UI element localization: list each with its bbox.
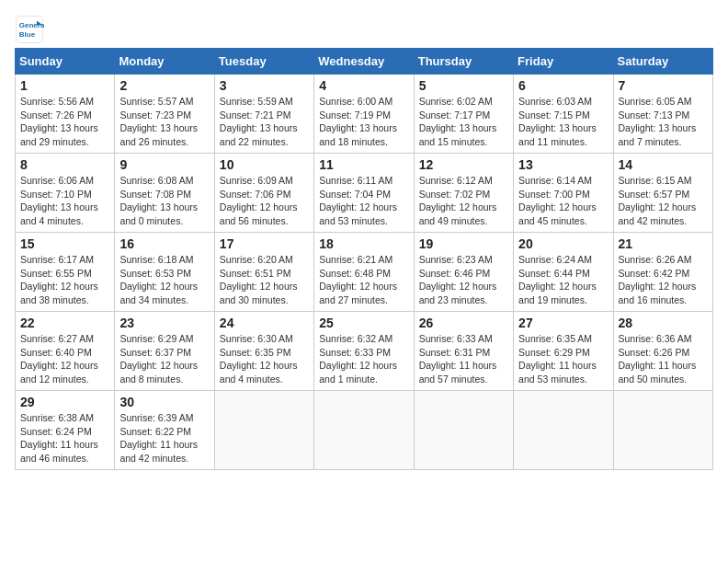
day-number: 19	[419, 236, 508, 251]
calendar-cell: 21 Sunrise: 6:26 AM Sunset: 6:42 PM Dayl…	[613, 233, 712, 312]
calendar-cell: 17 Sunrise: 6:20 AM Sunset: 6:51 PM Dayl…	[214, 233, 313, 312]
day-number: 13	[518, 157, 608, 172]
calendar-cell	[414, 391, 513, 470]
day-number: 22	[20, 316, 109, 330]
day-info: Sunrise: 6:09 AM Sunset: 7:06 PM Dayligh…	[220, 174, 309, 228]
day-number: 15	[20, 236, 109, 251]
day-info: Sunrise: 6:26 AM Sunset: 6:42 PM Dayligh…	[619, 253, 708, 307]
calendar-cell: 18 Sunrise: 6:21 AM Sunset: 6:48 PM Dayl…	[314, 233, 414, 312]
calendar-cell: 6 Sunrise: 6:03 AM Sunset: 7:15 PM Dayli…	[514, 75, 613, 154]
week-row-1: 1 Sunrise: 5:56 AM Sunset: 7:26 PM Dayli…	[16, 75, 713, 154]
day-info: Sunrise: 6:27 AM Sunset: 6:40 PM Dayligh…	[20, 332, 109, 386]
calendar-cell: 20 Sunrise: 6:24 AM Sunset: 6:44 PM Dayl…	[514, 233, 613, 312]
calendar-cell: 28 Sunrise: 6:36 AM Sunset: 6:26 PM Dayl…	[613, 312, 712, 391]
calendar-cell: 3 Sunrise: 5:59 AM Sunset: 7:21 PM Dayli…	[214, 75, 313, 154]
calendar-cell: 14 Sunrise: 6:15 AM Sunset: 6:57 PM Dayl…	[613, 154, 712, 233]
calendar-cell: 26 Sunrise: 6:33 AM Sunset: 6:31 PM Dayl…	[414, 312, 513, 391]
calendar-cell	[214, 391, 313, 470]
calendar-cell: 15 Sunrise: 6:17 AM Sunset: 6:55 PM Dayl…	[16, 233, 115, 312]
calendar-cell: 11 Sunrise: 6:11 AM Sunset: 7:04 PM Dayl…	[314, 154, 414, 233]
calendar-cell	[514, 391, 613, 470]
day-number: 21	[619, 236, 708, 251]
day-info: Sunrise: 6:21 AM Sunset: 6:48 PM Dayligh…	[319, 253, 408, 307]
column-header-sunday: Sunday	[16, 49, 115, 75]
day-number: 30	[119, 395, 209, 409]
column-header-thursday: Thursday	[414, 49, 513, 75]
day-info: Sunrise: 6:20 AM Sunset: 6:51 PM Dayligh…	[220, 253, 309, 307]
column-header-wednesday: Wednesday	[314, 49, 414, 75]
day-info: Sunrise: 6:00 AM Sunset: 7:19 PM Dayligh…	[319, 95, 408, 149]
calendar-cell: 5 Sunrise: 6:02 AM Sunset: 7:17 PM Dayli…	[414, 75, 513, 154]
column-header-friday: Friday	[514, 49, 613, 75]
calendar-cell: 30 Sunrise: 6:39 AM Sunset: 6:22 PM Dayl…	[115, 391, 214, 470]
day-info: Sunrise: 6:03 AM Sunset: 7:15 PM Dayligh…	[518, 95, 608, 149]
calendar-cell: 24 Sunrise: 6:30 AM Sunset: 6:35 PM Dayl…	[214, 312, 313, 391]
day-number: 5	[419, 78, 508, 93]
day-info: Sunrise: 6:06 AM Sunset: 7:10 PM Dayligh…	[20, 174, 109, 228]
day-info: Sunrise: 6:39 AM Sunset: 6:22 PM Dayligh…	[119, 411, 209, 465]
day-info: Sunrise: 6:38 AM Sunset: 6:24 PM Dayligh…	[20, 411, 109, 465]
calendar-cell: 12 Sunrise: 6:12 AM Sunset: 7:02 PM Dayl…	[414, 154, 513, 233]
day-number: 26	[419, 316, 508, 330]
day-number: 16	[119, 236, 209, 251]
day-number: 8	[20, 157, 109, 172]
day-number: 4	[319, 78, 408, 93]
calendar-cell: 13 Sunrise: 6:14 AM Sunset: 7:00 PM Dayl…	[514, 154, 613, 233]
day-number: 25	[319, 316, 408, 330]
calendar-cell: 27 Sunrise: 6:35 AM Sunset: 6:29 PM Dayl…	[514, 312, 613, 391]
day-number: 6	[518, 78, 608, 93]
day-info: Sunrise: 5:57 AM Sunset: 7:23 PM Dayligh…	[119, 95, 209, 149]
day-info: Sunrise: 6:08 AM Sunset: 7:08 PM Dayligh…	[119, 174, 209, 228]
day-number: 9	[119, 157, 209, 172]
week-row-2: 8 Sunrise: 6:06 AM Sunset: 7:10 PM Dayli…	[16, 154, 713, 233]
column-header-tuesday: Tuesday	[214, 49, 313, 75]
week-row-3: 15 Sunrise: 6:17 AM Sunset: 6:55 PM Dayl…	[16, 233, 713, 312]
calendar-cell: 19 Sunrise: 6:23 AM Sunset: 6:46 PM Dayl…	[414, 233, 513, 312]
day-number: 27	[518, 316, 608, 330]
calendar-cell: 10 Sunrise: 6:09 AM Sunset: 7:06 PM Dayl…	[214, 154, 313, 233]
day-number: 28	[619, 316, 708, 330]
calendar-cell: 7 Sunrise: 6:05 AM Sunset: 7:13 PM Dayli…	[613, 75, 712, 154]
svg-text:General: General	[19, 21, 44, 29]
day-info: Sunrise: 6:29 AM Sunset: 6:37 PM Dayligh…	[119, 332, 209, 386]
day-number: 18	[319, 236, 408, 251]
week-row-4: 22 Sunrise: 6:27 AM Sunset: 6:40 PM Dayl…	[16, 312, 713, 391]
day-info: Sunrise: 6:18 AM Sunset: 6:53 PM Dayligh…	[119, 253, 209, 307]
day-info: Sunrise: 6:30 AM Sunset: 6:35 PM Dayligh…	[220, 332, 309, 386]
day-number: 23	[119, 316, 209, 330]
calendar-cell: 25 Sunrise: 6:32 AM Sunset: 6:33 PM Dayl…	[314, 312, 414, 391]
column-header-saturday: Saturday	[613, 49, 712, 75]
day-info: Sunrise: 6:36 AM Sunset: 6:26 PM Dayligh…	[619, 332, 708, 386]
column-header-monday: Monday	[115, 49, 214, 75]
day-number: 20	[518, 236, 608, 251]
calendar-cell: 1 Sunrise: 5:56 AM Sunset: 7:26 PM Dayli…	[16, 75, 115, 154]
day-number: 3	[220, 78, 309, 93]
day-info: Sunrise: 6:12 AM Sunset: 7:02 PM Dayligh…	[419, 174, 508, 228]
week-row-5: 29 Sunrise: 6:38 AM Sunset: 6:24 PM Dayl…	[16, 391, 713, 470]
calendar-cell	[613, 391, 712, 470]
day-number: 29	[20, 395, 109, 409]
header: General Blue	[15, 15, 713, 44]
calendar-cell: 29 Sunrise: 6:38 AM Sunset: 6:24 PM Dayl…	[16, 391, 115, 470]
day-number: 7	[619, 78, 708, 93]
day-info: Sunrise: 5:56 AM Sunset: 7:26 PM Dayligh…	[20, 95, 109, 149]
svg-text:Blue: Blue	[19, 30, 36, 39]
day-number: 12	[419, 157, 508, 172]
day-number: 2	[119, 78, 209, 93]
day-info: Sunrise: 5:59 AM Sunset: 7:21 PM Dayligh…	[220, 95, 309, 149]
day-info: Sunrise: 6:23 AM Sunset: 6:46 PM Dayligh…	[419, 253, 508, 307]
day-number: 11	[319, 157, 408, 172]
day-info: Sunrise: 6:17 AM Sunset: 6:55 PM Dayligh…	[20, 253, 109, 307]
day-number: 24	[220, 316, 309, 330]
calendar-cell	[314, 391, 414, 470]
logo-icon: General Blue	[15, 15, 44, 44]
day-number: 17	[220, 236, 309, 251]
calendar-cell: 4 Sunrise: 6:00 AM Sunset: 7:19 PM Dayli…	[314, 75, 414, 154]
day-number: 14	[619, 157, 708, 172]
day-number: 10	[220, 157, 309, 172]
calendar-cell: 16 Sunrise: 6:18 AM Sunset: 6:53 PM Dayl…	[115, 233, 214, 312]
day-info: Sunrise: 6:24 AM Sunset: 6:44 PM Dayligh…	[518, 253, 608, 307]
day-info: Sunrise: 6:33 AM Sunset: 6:31 PM Dayligh…	[419, 332, 508, 386]
logo: General Blue	[15, 15, 48, 44]
calendar-cell: 23 Sunrise: 6:29 AM Sunset: 6:37 PM Dayl…	[115, 312, 214, 391]
